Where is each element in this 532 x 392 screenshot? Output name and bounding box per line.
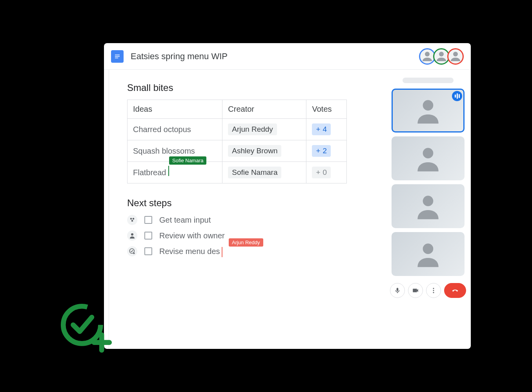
creator-cell[interactable]: Ashley Brown [222,140,306,162]
checkbox[interactable] [144,232,152,240]
svg-point-17 [433,292,434,293]
more-button[interactable] [426,283,441,298]
svg-point-5 [453,52,458,56]
table-row[interactable]: Flatbread Sofie Namara Sofie Namara +0 [128,162,347,183]
vote-chip[interactable]: +0 [312,167,331,178]
vote-chip[interactable]: +4 [312,123,331,135]
add-task-icon[interactable] [127,246,137,256]
svg-point-12 [423,148,434,158]
task-text[interactable]: Get team input [159,216,211,225]
meet-controls [390,283,466,298]
meet-tile[interactable] [392,184,465,228]
idea-cell[interactable]: Flatbread Sofie Namara [128,162,222,183]
heading-next-steps: Next steps [127,198,367,209]
svg-point-18 [63,306,100,343]
titlebar: Eatsies spring menu WIP [104,43,471,70]
tasks-decorative-icon [59,302,114,357]
svg-point-11 [423,100,434,111]
votes-cell[interactable]: +0 [306,162,347,183]
svg-rect-1 [115,56,120,57]
avatar[interactable] [447,48,464,65]
creator-cell[interactable]: Sofie Namara [222,162,306,183]
live-cursor-tag: Sofie Namara [169,156,206,165]
svg-point-14 [423,243,434,254]
table-row[interactable]: Charred octopus Arjun Reddy +4 [128,119,347,140]
checkbox[interactable] [144,247,152,255]
document-body[interactable]: Small bites Ideas Creator Votes Charred … [109,70,385,349]
svg-point-13 [423,196,434,206]
svg-point-3 [425,52,430,56]
svg-point-8 [131,220,133,222]
svg-point-15 [433,288,434,289]
th-ideas: Ideas [128,100,222,119]
votes-cell[interactable]: +2 [306,140,347,162]
table-row[interactable]: Squash blossoms Ashley Brown +2 [128,140,347,162]
svg-point-9 [131,233,133,236]
creator-chip[interactable]: Ashley Brown [228,145,281,157]
svg-point-6 [130,218,132,220]
hangup-button[interactable] [444,283,466,298]
meet-tile[interactable] [392,89,465,132]
svg-point-7 [133,218,135,220]
vote-chip[interactable]: +2 [312,145,331,157]
live-cursor-tag: Arjun Reddy [229,238,263,247]
mic-button[interactable] [390,283,405,298]
task-row[interactable]: Get team input [127,215,367,225]
skeleton-bar [403,78,454,83]
task-text[interactable]: Revise menu des Arjun Reddy [159,247,220,256]
svg-point-10 [129,249,134,253]
live-cursor-icon [168,166,169,176]
svg-point-4 [439,52,444,56]
th-creator: Creator [222,100,306,119]
ideas-table[interactable]: Ideas Creator Votes Charred octopus Arju… [127,100,347,183]
creator-cell[interactable]: Arjun Reddy [222,119,306,140]
heading-small-bites: Small bites [127,82,367,93]
meet-tile[interactable] [392,136,465,180]
live-cursor-icon [222,247,222,257]
assignee-avatar-icon[interactable] [127,230,137,241]
collaborator-avatars [421,48,464,65]
task-row[interactable]: Revise menu des Arjun Reddy [127,246,367,256]
speaking-indicator-icon [452,91,462,101]
camera-button[interactable] [408,283,423,298]
content-area: Small bites Ideas Creator Votes Charred … [104,70,471,349]
meet-tile[interactable] [392,232,465,276]
svg-point-16 [433,290,434,291]
creator-chip[interactable]: Sofie Namara [228,167,281,178]
svg-rect-2 [115,58,118,58]
svg-rect-0 [115,54,120,55]
votes-cell[interactable]: +4 [306,119,347,140]
task-text[interactable]: Review with owner [159,231,225,240]
document-title[interactable]: Eatsies spring menu WIP [131,51,414,62]
meet-sidebar [385,70,471,349]
th-votes: Votes [306,100,347,119]
idea-cell[interactable]: Charred octopus [128,119,222,140]
checkbox[interactable] [144,216,152,224]
creator-chip[interactable]: Arjun Reddy [228,123,277,135]
task-list: Get team input Review with owner Revise … [127,215,367,256]
assignee-group-icon[interactable] [127,215,137,225]
docs-icon[interactable] [111,50,124,63]
app-window: Eatsies spring menu WIP Small bites Idea… [104,43,471,349]
